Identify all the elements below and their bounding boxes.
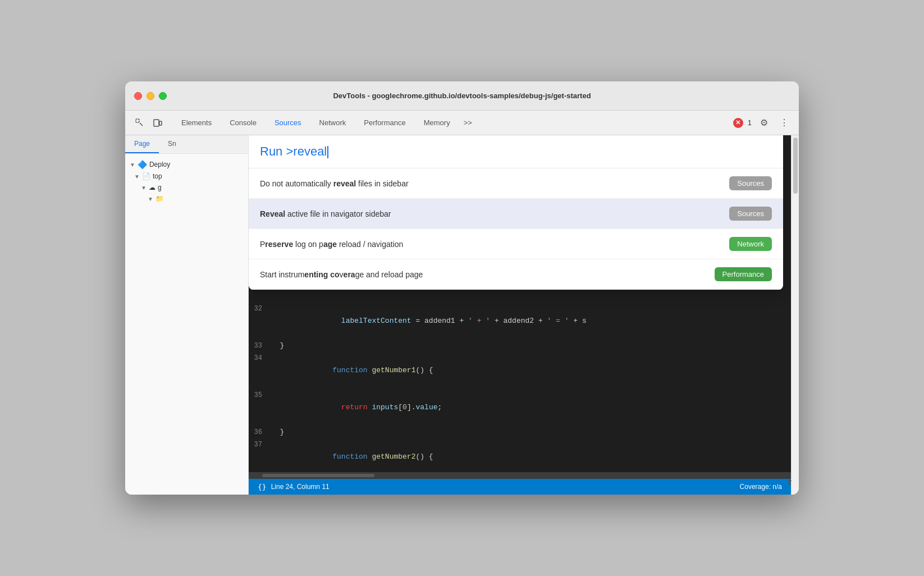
command-result-1[interactable]: Do not automatically reveal files in sid… (249, 168, 783, 199)
sidebar-tab-page[interactable]: Page (125, 135, 159, 153)
result-text-2: Reveal active file in navigator sidebar (260, 209, 391, 218)
traffic-lights (134, 92, 167, 100)
svg-rect-2 (159, 121, 162, 125)
result-badge-1[interactable]: Sources (729, 176, 772, 190)
result-badge-4[interactable]: Performance (715, 267, 772, 281)
command-input[interactable]: Run >reveal (260, 144, 328, 158)
close-button[interactable] (134, 92, 142, 100)
window-title: DevTools - googlechrome.github.io/devtoo… (333, 92, 591, 100)
editor-content: 32 labelTextContent = addend1 + ' + ' + … (249, 298, 791, 472)
tab-sources[interactable]: Sources (266, 115, 310, 130)
result-text-1: Do not automatically reveal files in sid… (260, 179, 409, 188)
tree-item-top[interactable]: ▼ 📄 top (125, 171, 248, 182)
line-num-32: 32 (249, 303, 271, 315)
sidebar-tree: ▼ 🔷 Deploy ▼ 📄 top ▼ ☁ g ▼ 📁 (125, 154, 248, 495)
sidebar: Page Sn ▼ 🔷 Deploy ▼ 📄 top ▼ ☁ g (125, 135, 249, 495)
tree-item-folder[interactable]: ▼ 📁 (125, 193, 248, 204)
code-line-36: 36 } (249, 426, 791, 438)
device-mode-icon[interactable] (150, 115, 166, 131)
code-line-32: 32 labelTextContent = addend1 + ' + ' + … (249, 303, 791, 340)
code-text-36: } (271, 426, 284, 438)
toolbar-right: ✕ 1 ⚙ ⋮ (733, 115, 792, 131)
line-num-35: 35 (249, 389, 271, 401)
command-palette: Run >reveal Do not automatically reveal … (249, 135, 783, 290)
scrollbar-thumb[interactable] (262, 474, 374, 477)
run-label: Run (260, 144, 286, 158)
tree-item-deploy[interactable]: ▼ 🔷 Deploy (125, 158, 248, 171)
more-tabs-button[interactable]: >> (459, 116, 477, 129)
code-text-35: return inputs[0].value; (271, 389, 442, 426)
content-area: Page Sn ▼ 🔷 Deploy ▼ 📄 top ▼ ☁ g (125, 135, 799, 495)
cursor (327, 146, 328, 158)
tab-network[interactable]: Network (310, 115, 355, 130)
main-editor: Run >reveal Do not automatically reveal … (249, 135, 791, 495)
line-col: Line 24, Column 11 (271, 483, 330, 491)
line-num-33: 33 (249, 340, 271, 352)
more-options-icon[interactable]: ⋮ (776, 115, 792, 131)
code-text-34: function getNumber1() { (271, 352, 433, 389)
code-line-35: 35 return inputs[0].value; (249, 389, 791, 426)
input-value: >reveal (286, 144, 327, 158)
tab-elements[interactable]: Elements (172, 115, 221, 130)
command-input-row: Run >reveal (249, 135, 783, 168)
code-line-33: 33 } (249, 340, 791, 352)
command-result-4[interactable]: Start instrumenting coverage and reload … (249, 259, 783, 290)
code-text-33: } (271, 340, 284, 352)
right-scrollbar[interactable]: ⬆ (791, 135, 799, 495)
sidebar-tab-snippets[interactable]: Sn (159, 135, 185, 153)
maximize-button[interactable] (159, 92, 167, 100)
tab-bar: Elements Console Sources Network Perform… (172, 115, 731, 130)
coverage-status: Coverage: n/a (740, 483, 782, 491)
titlebar: DevTools - googlechrome.github.io/devtoo… (125, 81, 799, 111)
editor-scrollbar[interactable] (249, 472, 791, 479)
result-badge-3[interactable]: Network (729, 237, 772, 251)
result-text-3: Preserve log on page reload / navigation (260, 240, 403, 249)
devtools-window: DevTools - googlechrome.github.io/devtoo… (125, 81, 799, 495)
line-num-37: 37 (249, 438, 271, 451)
tree-item-g[interactable]: ▼ ☁ g (125, 182, 248, 193)
minimize-button[interactable] (147, 92, 154, 100)
editor-footer: {} Line 24, Column 11 Coverage: n/a (249, 479, 791, 495)
inspect-icon[interactable] (132, 115, 148, 131)
result-badge-2[interactable]: Sources (729, 207, 772, 221)
toolbar: Elements Console Sources Network Perform… (125, 111, 799, 135)
scrollbar-handle (793, 138, 798, 194)
error-count: 1 (748, 118, 752, 127)
sidebar-tabs: Page Sn (125, 135, 248, 154)
command-result-2[interactable]: Reveal active file in navigator sidebar … (249, 199, 783, 229)
tab-console[interactable]: Console (221, 115, 266, 130)
format-icon[interactable]: {} (258, 483, 267, 491)
command-result-3[interactable]: Preserve log on page reload / navigation… (249, 229, 783, 259)
code-text-37: function getNumber2() { (271, 438, 433, 472)
svg-rect-1 (154, 120, 159, 126)
svg-rect-0 (136, 119, 139, 122)
code-line-37: 37 function getNumber2() { (249, 438, 791, 472)
tab-performance[interactable]: Performance (355, 115, 414, 130)
tab-memory[interactable]: Memory (415, 115, 459, 130)
code-line-34: 34 function getNumber1() { (249, 352, 791, 389)
error-icon: ✕ (733, 118, 743, 128)
line-num-36: 36 (249, 426, 271, 438)
collapse-sidebar-button[interactable]: ⬆ (782, 474, 798, 490)
line-num-34: 34 (249, 352, 271, 364)
result-text-4: Start instrumenting coverage and reload … (260, 270, 423, 279)
code-text-32: labelTextContent = addend1 + ' + ' + add… (271, 303, 587, 340)
settings-icon[interactable]: ⚙ (756, 115, 772, 131)
